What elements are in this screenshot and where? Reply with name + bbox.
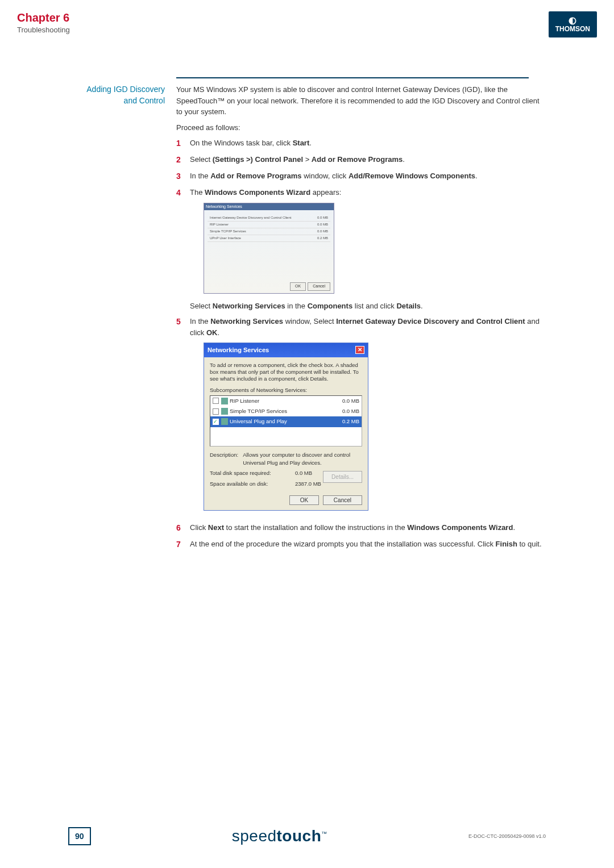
description-text: Allows your computer to discover and con…: [243, 451, 362, 468]
step-5: 5 In the Networking Services window, Sel…: [176, 316, 546, 518]
wizard-row: RIP Listener0.0 MB: [208, 222, 330, 228]
total-space-value: 0.0 MB: [295, 469, 312, 477]
speedtouch-logo: speedtouch™: [91, 827, 468, 845]
globe-icon: ◐: [555, 16, 590, 25]
component-icon: [221, 398, 228, 404]
checkbox-icon[interactable]: [213, 408, 219, 415]
chapter-block: Chapter 6 Troubleshooting: [17, 11, 70, 34]
intro-paragraph: Your MS Windows XP system is able to dis…: [176, 84, 546, 118]
wizard-row: UPnP User Interface0.2 MB: [208, 235, 330, 242]
dialog-description: To add or remove a component, click the …: [210, 362, 362, 383]
cancel-button[interactable]: Cancel: [308, 282, 330, 291]
subcomponents-list: RIP Listener 0.0 MB Simple TCP/IP Servic…: [210, 395, 362, 446]
list-item[interactable]: Universal Plug and Play 0.2 MB: [210, 416, 362, 427]
dialog-titlebar: Networking Services: [204, 203, 334, 210]
checkbox-icon[interactable]: [213, 398, 219, 404]
content-area: Adding IGD Discovery and Control Your MS…: [0, 84, 614, 555]
description-label: Description:: [210, 451, 238, 468]
figure-wizard-small: Networking Services Internet Gateway Dev…: [204, 203, 546, 294]
ok-button[interactable]: OK: [289, 495, 319, 505]
avail-space-value: 2387.0 MB: [295, 480, 321, 488]
page-number: 90: [68, 827, 91, 845]
main-column: Your MS Windows XP system is able to dis…: [176, 84, 546, 555]
total-space-label: Total disk space required:: [210, 469, 295, 477]
avail-space-label: Space available on disk:: [210, 480, 295, 488]
ok-button[interactable]: OK: [290, 282, 306, 291]
figure-networking-services: Networking Services ✕ To add or remove a…: [204, 343, 546, 511]
step-4: 4 The Windows Components Wizard appears:…: [176, 187, 546, 311]
dialog-titlebar: Networking Services ✕: [204, 343, 368, 357]
step-6: 6 Click Next to start the installation a…: [176, 522, 546, 534]
cancel-button[interactable]: Cancel: [323, 495, 362, 505]
step-7: 7 At the end of the procedure the wizard…: [176, 539, 546, 550]
chapter-title: Chapter 6: [17, 11, 70, 24]
step-2: 2 Select (Settings >) Control Panel > Ad…: [176, 154, 546, 166]
wizard-row: Internet Gateway Device Discovery and Co…: [208, 215, 330, 222]
page-footer: 90 speedtouch™ E-DOC-CTC-20050429-0098 v…: [0, 827, 614, 845]
document-reference: E-DOC-CTC-20050429-0098 v1.0: [468, 833, 546, 839]
close-icon[interactable]: ✕: [355, 346, 364, 354]
wizard-small-dialog: Networking Services Internet Gateway Dev…: [204, 203, 334, 294]
proceed-label: Proceed as follows:: [176, 122, 546, 133]
details-button[interactable]: Details...: [323, 471, 362, 483]
section-rule: [176, 77, 529, 78]
subcomponents-label: Subcomponents of Networking Services:: [210, 386, 362, 394]
thomson-logo: ◐ THOMSON: [549, 11, 597, 37]
component-icon: [221, 408, 228, 415]
step-1: 1 On the Windows task bar, click Start.: [176, 137, 546, 149]
step-3: 3 In the Add or Remove Programs window, …: [176, 170, 546, 182]
checkbox-icon[interactable]: [213, 419, 219, 425]
component-icon: [221, 418, 228, 425]
logo-text: THOMSON: [555, 25, 590, 33]
networking-services-dialog: Networking Services ✕ To add or remove a…: [204, 343, 368, 511]
chapter-subtitle: Troubleshooting: [17, 26, 70, 34]
section-side-label: Adding IGD Discovery and Control: [68, 84, 176, 555]
wizard-row: Simple TCP/IP Services0.0 MB: [208, 228, 330, 235]
list-item[interactable]: RIP Listener 0.0 MB: [210, 396, 362, 406]
steps-list: 1 On the Windows task bar, click Start. …: [176, 137, 546, 550]
list-item[interactable]: Simple TCP/IP Services 0.0 MB: [210, 406, 362, 416]
page-header: Chapter 6 Troubleshooting ◐ THOMSON: [0, 0, 614, 43]
